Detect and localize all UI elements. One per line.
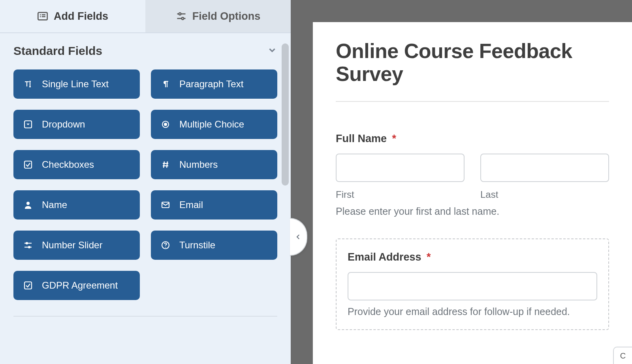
sidebar-tabs: Add Fields Field Options [0,0,291,33]
section-divider [13,316,277,317]
svg-point-8 [181,17,184,20]
check-square-icon [23,159,33,170]
field-single-line-text[interactable]: Single Line Text [13,69,140,99]
field-label: Paragraph Text [179,79,243,90]
field-numbers[interactable]: Numbers [151,150,277,179]
section-header-standard-fields[interactable]: Standard Fields [0,33,291,62]
svg-point-20 [26,242,28,244]
field-label: Multiple Choice [179,119,244,130]
form-field-email[interactable]: Email Address * Provide your email addre… [336,238,609,330]
field-label: Single Line Text [42,79,109,90]
form-title[interactable]: Online Course Feedback Survey [336,39,609,85]
tab-label: Add Fields [54,10,108,23]
required-star: * [392,133,397,144]
question-circle-icon [160,240,171,250]
envelope-icon [160,200,171,210]
last-name-input[interactable] [480,154,609,182]
field-label: Number Slider [42,240,102,251]
first-name-input[interactable] [336,154,465,182]
field-label-email: Email Address * [348,251,597,263]
svg-point-6 [179,13,181,15]
field-label: Name [42,199,67,210]
pilcrow-icon [160,79,171,89]
svg-line-15 [164,161,164,168]
field-label-full-name: Full Name * [336,133,609,145]
field-paragraph-text[interactable]: Paragraph Text [151,69,277,99]
field-email[interactable]: Email [151,190,277,220]
sliders-horizontal-icon [23,240,33,250]
svg-point-24 [165,247,166,248]
field-label: Email [179,199,203,210]
svg-point-22 [28,246,30,248]
field-name[interactable]: Name [13,190,140,220]
email-description: Provide your email address for follow-up… [348,306,597,317]
radio-icon [160,119,171,129]
field-label: Turnstile [179,240,215,251]
field-checkboxes[interactable]: Checkboxes [13,150,140,179]
svg-point-11 [164,123,167,126]
form-field-full-name[interactable]: Full Name * First Last Please enter your… [336,124,609,226]
svg-rect-25 [24,282,32,289]
label-text: Email Address [348,251,421,263]
form-preview-area: Online Course Feedback Survey Full Name … [291,0,632,364]
corner-tab[interactable]: C [613,347,632,364]
field-dropdown[interactable]: Dropdown [13,110,140,139]
email-input[interactable] [348,272,597,300]
text-cursor-icon [23,79,33,89]
section-title: Standard Fields [13,44,102,58]
tab-add-fields[interactable]: Add Fields [0,0,145,32]
name-inputs-row: First Last [336,154,609,200]
field-turnstile[interactable]: Turnstile [151,231,277,260]
svg-rect-12 [24,161,32,168]
field-gdpr-agreement[interactable]: GDPR Agreement [13,271,140,300]
svg-point-17 [26,202,30,205]
list-icon [37,11,48,21]
field-label: GDPR Agreement [42,280,118,291]
field-label: Numbers [179,159,218,170]
collapse-sidebar-button[interactable] [290,218,307,256]
full-name-description: Please enter your first and last name. [336,206,609,217]
user-icon [23,200,33,210]
sidebar: Add Fields Field Options Standard Fields… [0,0,291,364]
title-divider [336,101,609,102]
hash-icon [160,159,171,170]
field-multiple-choice[interactable]: Multiple Choice [151,110,277,139]
field-label: Checkboxes [42,159,94,170]
required-star: * [427,251,431,263]
field-label: Dropdown [42,119,85,130]
tab-label: Field Options [192,10,261,23]
label-text: Full Name [336,133,387,144]
check-square-icon [23,280,33,291]
svg-line-16 [167,161,167,168]
tab-field-options[interactable]: Field Options [145,0,291,32]
field-number-slider[interactable]: Number Slider [13,231,140,260]
last-name-col: Last [480,154,609,200]
last-name-sublabel: Last [480,189,609,200]
sliders-icon [176,11,187,21]
form-card: Online Course Feedback Survey Full Name … [313,22,632,364]
caret-square-down-icon [23,119,33,129]
standard-fields-grid: Single Line Text Paragraph Text Dropdown… [0,62,291,312]
first-name-sublabel: First [336,189,465,200]
first-name-col: First [336,154,465,200]
sidebar-scrollbar[interactable] [282,43,289,186]
chevron-down-icon [267,45,277,57]
